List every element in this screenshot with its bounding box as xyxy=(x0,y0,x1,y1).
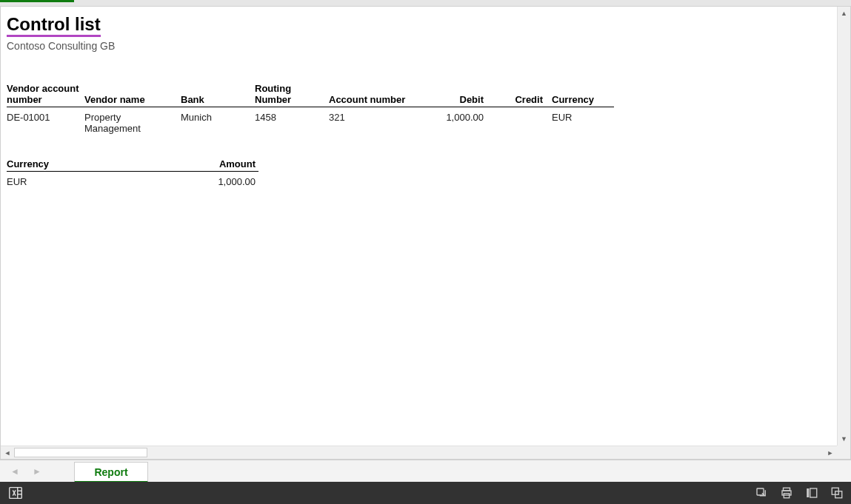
scroll-corner xyxy=(837,446,850,459)
table-header-row: Vendor account number Vendor name Bank R… xyxy=(7,81,614,107)
vscroll-track[interactable] xyxy=(838,20,850,432)
cell-currency: EUR xyxy=(547,107,614,139)
print-icon[interactable] xyxy=(780,486,793,500)
svg-rect-7 xyxy=(784,494,790,498)
scol-currency: Currency xyxy=(7,157,155,172)
cell-debit: 1,000.00 xyxy=(440,107,488,139)
vertical-scrollbar[interactable]: ▲ ▼ xyxy=(837,7,850,446)
refresh-icon[interactable] xyxy=(755,486,768,500)
status-left xyxy=(7,485,24,501)
hscroll-thumb[interactable] xyxy=(14,448,147,457)
cell-vendor-account: DE-01001 xyxy=(7,107,84,139)
next-sheet-icon[interactable]: ► xyxy=(33,466,41,477)
svg-rect-8 xyxy=(807,488,809,497)
top-strip xyxy=(0,0,851,6)
tab-report[interactable]: Report xyxy=(74,462,148,483)
col-currency: Currency xyxy=(547,81,614,107)
col-vendor-account: Vendor account number xyxy=(7,81,84,107)
active-tab-indicator xyxy=(0,0,74,2)
summary-header-row: Currency Amount xyxy=(7,157,258,172)
sheet-nav: ◄ ► xyxy=(0,460,74,482)
hscroll-track[interactable] xyxy=(14,446,824,459)
scroll-left-icon[interactable]: ◄ xyxy=(1,446,14,459)
horizontal-scrollbar[interactable]: ◄ ► xyxy=(1,446,837,459)
cell-account: 321 xyxy=(329,107,440,139)
scroll-right-icon[interactable]: ► xyxy=(824,446,837,459)
scell-currency: EUR xyxy=(7,172,155,192)
scroll-up-icon[interactable]: ▲ xyxy=(838,7,850,20)
excel-icon[interactable] xyxy=(7,485,24,501)
vendor-table: Vendor account number Vendor name Bank R… xyxy=(7,81,614,138)
cell-vendor-name: Property Management xyxy=(84,107,181,139)
table-row: DE-01001 Property Management Munich 1458… xyxy=(7,107,614,139)
report-title: Control list xyxy=(7,14,101,37)
page-layout-icon[interactable] xyxy=(805,486,818,500)
scol-amount: Amount xyxy=(155,157,258,172)
status-bar xyxy=(0,482,851,504)
status-right xyxy=(755,486,844,500)
document-viewport: Control list Contoso Consulting GB Vendo… xyxy=(1,7,837,446)
svg-rect-9 xyxy=(810,488,817,497)
col-debit: Debit xyxy=(440,81,488,107)
cell-credit xyxy=(488,107,547,139)
prev-sheet-icon[interactable]: ◄ xyxy=(10,466,19,477)
summary-table: Currency Amount EUR 1,000.00 xyxy=(7,157,258,192)
scroll-down-icon[interactable]: ▼ xyxy=(838,432,850,446)
vscroll-thumb[interactable] xyxy=(839,20,849,432)
cell-routing: 1458 xyxy=(255,107,329,139)
col-routing: Routing Number xyxy=(255,81,329,107)
fullscreen-icon[interactable] xyxy=(830,486,844,500)
summary-row: EUR 1,000.00 xyxy=(7,172,258,192)
col-credit: Credit xyxy=(488,81,547,107)
col-account: Account number xyxy=(329,81,440,107)
scell-amount: 1,000.00 xyxy=(155,172,258,192)
cell-bank: Munich xyxy=(181,107,255,139)
sheet-tab-bar: ◄ ► Report xyxy=(0,460,851,482)
col-vendor-name: Vendor name xyxy=(84,81,181,107)
col-bank: Bank xyxy=(181,81,255,107)
svg-rect-0 xyxy=(10,488,22,499)
report-viewer: Control list Contoso Consulting GB Vendo… xyxy=(0,6,851,460)
company-name: Contoso Consulting GB xyxy=(7,40,831,52)
svg-rect-4 xyxy=(757,488,764,495)
